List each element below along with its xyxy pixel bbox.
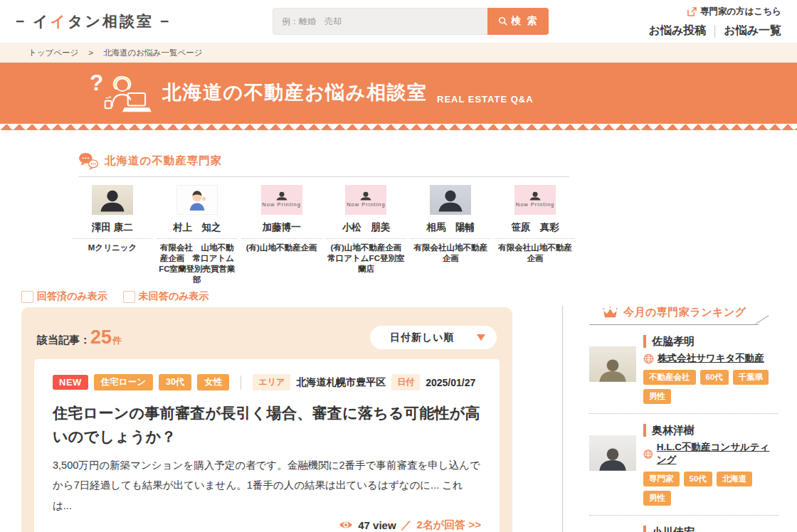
expert-tag: 千葉県 xyxy=(733,370,769,385)
sort-dropdown[interactable]: 日付新しい順 xyxy=(370,326,497,349)
date-label: 日付 xyxy=(391,374,420,390)
expert-photo-placeholder: Now Printing xyxy=(345,185,386,215)
ranking-underline xyxy=(589,324,759,325)
globe-icon xyxy=(643,353,654,364)
results-count-label: 該当記事： xyxy=(37,334,90,347)
person-photo-silhouette xyxy=(595,447,630,471)
nav-trouble-list[interactable]: お悩み一覧 xyxy=(724,23,781,38)
expert-tag: 60代 xyxy=(700,370,729,385)
breadcrumb-current: 北海道のお悩み一覧ページ xyxy=(103,48,202,58)
sort-selected-value: 日付新しい順 xyxy=(390,331,455,344)
expert-card[interactable]: Now Printing 笹原 真彩 有限会社山地不動産企画 xyxy=(495,185,575,285)
articles-panel: 該当記事： 25 件 日付新しい順 NEW 住宅ローン 30代 女性 エリア 北… xyxy=(21,307,512,532)
ranked-expert-company: 株式会社サワキタ不動産 xyxy=(658,352,764,365)
expert-tag: 50代 xyxy=(684,472,712,486)
ranked-expert-photo xyxy=(589,346,636,382)
crown-icon xyxy=(602,307,618,319)
article-footer: 47 view ／ 2名が回答 >> xyxy=(53,518,481,532)
views-separator: ／ xyxy=(401,518,412,532)
article-card: NEW 住宅ローン 30代 女性 エリア 北海道札幌市豊平区 日付 2025/0… xyxy=(34,359,500,532)
page-banner: ? 北海道の不動産お悩み相談室 REAL ESTATE Q&A xyxy=(0,63,797,124)
header-right: 専門家の方はこちら お悩み投稿 お悩み一覧 xyxy=(649,6,782,38)
expert-company: 有限会社山地不動産企画 xyxy=(495,243,575,264)
new-badge: NEW xyxy=(53,375,88,390)
ranking-entry: 奥林洋樹 H.L.C不動産コンサルティング 専門家 50代 北海道 男性 xyxy=(589,414,778,516)
expert-card[interactable]: Now Printing 小松 朋美 (有)山地不動産企画 常口アトムFC登別室… xyxy=(326,185,406,285)
speech-bubbles-icon xyxy=(78,152,99,170)
meta-divider xyxy=(241,376,241,390)
search-input[interactable] xyxy=(273,8,487,35)
search-button[interactable]: 検 索 xyxy=(487,8,549,35)
expert-photo xyxy=(430,185,471,215)
answered-checkbox[interactable] xyxy=(21,291,33,303)
breadcrumb-home[interactable]: トップページ xyxy=(28,48,78,58)
expert-photo-placeholder: Now Printing xyxy=(261,185,302,215)
site-logo[interactable]: − イイタン相談室 − xyxy=(16,11,171,31)
ranking-entry: 小川佳宏 小川FP･行政書士事務所 専門家 60代 愛知県 男性 xyxy=(589,516,778,532)
header-nav: お悩み投稿 お悩み一覧 xyxy=(649,23,782,38)
ranked-expert-company-link[interactable]: 株式会社サワキタ不動産 xyxy=(643,352,778,365)
expert-tag: 男性 xyxy=(643,491,671,506)
person-icon xyxy=(526,191,544,201)
expert-card[interactable]: 相馬 陽輔 有限会社山地不動産企画 xyxy=(411,185,490,285)
ranked-expert-company-link[interactable]: H.L.C不動産コンサルティング xyxy=(643,441,778,467)
ranked-expert-info: 佐脇孝明 株式会社サワキタ不動産 不動産会社 60代 千葉県 男性 xyxy=(643,335,778,404)
page-subtitle: REAL ESTATE Q&A xyxy=(437,94,534,105)
expert-tag: 男性 xyxy=(643,389,671,404)
page-title: 北海道の不動産お悩み相談室 xyxy=(162,80,427,105)
expert-card[interactable]: Now Printing 加藤博一 (有)山地不動産企画 xyxy=(242,185,322,285)
article-title[interactable]: 住宅ローンの事前審査が長引く場合、審査に落ちる可能性が高いのでしょうか？ xyxy=(53,402,481,448)
filter-unanswered[interactable]: 未回答のみ表示 xyxy=(123,290,209,303)
expert-name: 加藤博一 xyxy=(242,221,322,239)
now-printing-label: Now Printing xyxy=(347,201,386,208)
svg-text:?: ? xyxy=(90,70,103,95)
expert-tag: 専門家 xyxy=(643,472,680,486)
expert-name: 小松 朋美 xyxy=(326,221,406,239)
results-count-number: 25 xyxy=(90,328,112,347)
ranking-entry: 佐脇孝明 株式会社サワキタ不動産 不動産会社 60代 千葉県 男性 xyxy=(589,325,778,414)
article-meta-row: NEW 住宅ローン 30代 女性 エリア 北海道札幌市豊平区 日付 2025/0… xyxy=(53,374,481,390)
answered-label: 回答済のみ表示 xyxy=(37,290,107,303)
expert-card[interactable]: 澤田 康二 Mクリニック xyxy=(73,185,152,285)
view-count: 47 view xyxy=(358,519,396,531)
person-photo-silhouette xyxy=(97,188,128,212)
site-header: − イイタン相談室 − 検 索 専門家の方はこちら お悩み投稿 お悩み一覧 xyxy=(0,0,797,43)
expert-tag: 不動産会社 xyxy=(643,370,696,385)
article-tag[interactable]: 女性 xyxy=(197,374,229,390)
search-bar: 検 索 xyxy=(273,8,549,35)
expert-name: 村上 知之 xyxy=(157,221,237,239)
answers-link[interactable]: 2名が回答 >> xyxy=(417,518,481,532)
search-button-label: 検 索 xyxy=(512,15,539,28)
globe-icon xyxy=(643,449,653,459)
expert-name: 笹原 真彩 xyxy=(495,221,575,239)
nav-post-trouble[interactable]: お悩み投稿 xyxy=(649,23,707,38)
eye-icon xyxy=(339,520,353,530)
chevron-down-icon xyxy=(477,334,485,341)
experts-divider xyxy=(78,176,569,177)
external-link-icon xyxy=(687,7,697,16)
expert-signup-link[interactable]: 専門家の方はこちら xyxy=(687,6,781,18)
expert-photo xyxy=(92,185,133,215)
filter-answered[interactable]: 回答済のみ表示 xyxy=(21,290,107,303)
ranking-title: 今月の専門家ランキング xyxy=(623,306,746,319)
expert-company: Mクリニック xyxy=(73,243,152,253)
experts-row: 澤田 康二 Mクリニック 村上 知之 有限会社 山地不動産企画 常口アトムFC室… xyxy=(73,185,575,285)
experts-section-title: 北海道の不動産専門家 xyxy=(105,154,222,169)
ranked-expert-tags: 専門家 50代 北海道 男性 xyxy=(643,472,776,506)
now-printing-label: Now Printing xyxy=(262,201,301,208)
expert-tag: 北海道 xyxy=(717,472,753,486)
results-count-unit: 件 xyxy=(112,334,122,347)
article-tag[interactable]: 30代 xyxy=(159,374,191,390)
ranking-sidebar: 今月の専門家ランキング 佐脇孝明 株式会社サワキタ不動産 不動産会社 60代 千… xyxy=(589,306,778,532)
ranked-expert-name: 奥林洋樹 xyxy=(643,424,778,437)
unanswered-checkbox[interactable] xyxy=(123,291,135,303)
logo-accent: イ xyxy=(51,13,68,29)
logo-text: タン相談室 − xyxy=(68,13,171,29)
article-tag[interactable]: 住宅ローン xyxy=(94,374,153,390)
experts-section-header: 北海道の不動産専門家 xyxy=(78,152,222,170)
expert-card[interactable]: 村上 知之 有限会社 山地不動産企画 常口アトムFC室蘭登別売買営業部 xyxy=(157,185,237,285)
ranked-expert-name: 小川佳宏 xyxy=(643,526,778,532)
cartoon-avatar xyxy=(184,188,210,211)
date-value: 2025/01/27 xyxy=(426,377,475,388)
unanswered-label: 未回答のみ表示 xyxy=(139,290,209,303)
